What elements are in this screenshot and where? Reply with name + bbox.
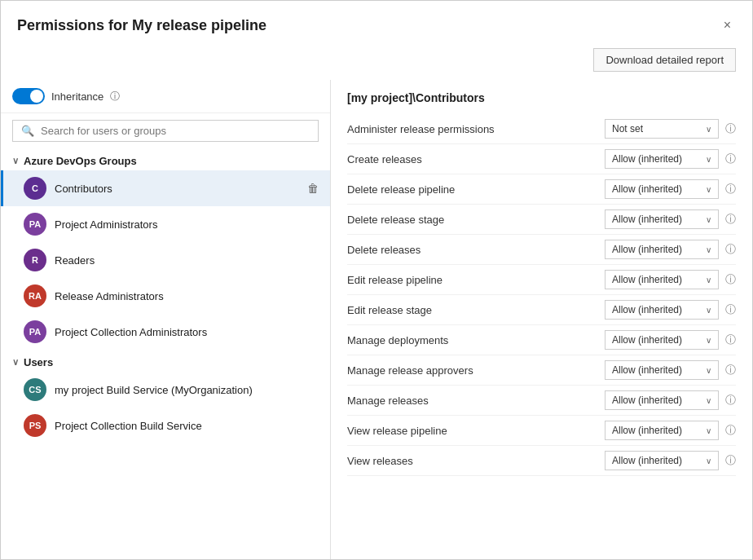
chevron-down-icon: ∨	[706, 245, 711, 254]
permission-value: Allow (inherited)	[612, 304, 682, 315]
chevron-down-icon: ∨	[706, 336, 711, 345]
permission-row: Manage release approversAllow (inherited…	[347, 355, 736, 386]
inheritance-info-icon[interactable]: ⓘ	[110, 90, 120, 104]
permission-value: Allow (inherited)	[612, 364, 682, 376]
permission-value-dropdown[interactable]: Allow (inherited)∨	[605, 330, 719, 350]
group-list: ∨ Azure DevOps Groups C Contributors 🗑 P…	[1, 148, 330, 559]
permission-value: Allow (inherited)	[612, 274, 682, 285]
permission-name: Delete releases	[347, 244, 605, 256]
search-box: 🔍	[12, 120, 319, 142]
search-icon: 🔍	[21, 125, 34, 137]
permission-row: Create releasesAllow (inherited)∨ⓘ	[347, 144, 736, 174]
group-name: my project Build Service (MyOrganization…	[55, 384, 319, 396]
permission-row: Manage releasesAllow (inherited)∨ⓘ	[347, 386, 736, 416]
permission-value-dropdown[interactable]: Allow (inherited)∨	[605, 240, 719, 259]
main-content: Inheritance ⓘ 🔍 ∨ Azure DevOps Groups C …	[1, 80, 752, 559]
group-name: Release Administrators	[55, 290, 319, 302]
permission-info-icon[interactable]: ⓘ	[725, 212, 736, 227]
search-input[interactable]	[41, 125, 310, 137]
permissions-dialog: Permissions for My release pipeline × Do…	[0, 0, 753, 560]
permission-value: Allow (inherited)	[612, 455, 682, 466]
chevron-down-icon: ∨	[706, 155, 711, 164]
permission-row: Delete release stageAllow (inherited)∨ⓘ	[347, 205, 736, 235]
permission-info-icon[interactable]: ⓘ	[725, 182, 736, 196]
permission-row: View release pipelineAllow (inherited)∨ⓘ	[347, 416, 736, 446]
permission-row: Manage deploymentsAllow (inherited)∨ⓘ	[347, 325, 736, 355]
group-name: Project Administrators	[55, 218, 319, 231]
permission-info-icon[interactable]: ⓘ	[725, 393, 736, 408]
permission-info-icon[interactable]: ⓘ	[725, 302, 736, 317]
chevron-down-icon: ∨	[706, 185, 711, 194]
avatar: PS	[24, 414, 46, 437]
group-name: Contributors	[55, 183, 307, 195]
permission-info-icon[interactable]: ⓘ	[725, 453, 736, 468]
permission-info-icon[interactable]: ⓘ	[725, 423, 736, 438]
dialog-title: Permissions for My release pipeline	[17, 17, 266, 34]
permission-value-dropdown[interactable]: Not set∨	[605, 119, 719, 139]
chevron-down-icon: ∨	[706, 456, 711, 465]
download-report-button[interactable]: Download detailed report	[593, 48, 736, 72]
permission-value-dropdown[interactable]: Allow (inherited)∨	[605, 421, 719, 440]
permission-name: Create releases	[347, 153, 605, 165]
permission-value: Allow (inherited)	[612, 395, 682, 406]
permission-value: Allow (inherited)	[612, 425, 682, 436]
list-item[interactable]: PA Project Administrators 🗑	[1, 206, 330, 242]
list-item[interactable]: PS Project Collection Build Service 🗑	[1, 408, 330, 443]
permission-name: Delete release pipeline	[347, 183, 605, 196]
chevron-down-icon: ∨	[706, 396, 711, 405]
avatar: C	[24, 177, 46, 200]
permission-value: Allow (inherited)	[612, 244, 682, 255]
users-label: Users	[24, 356, 53, 368]
permission-value: Not set	[612, 123, 643, 134]
permission-value: Allow (inherited)	[612, 214, 682, 225]
list-item[interactable]: CS my project Build Service (MyOrganizat…	[1, 372, 330, 408]
permission-value-dropdown[interactable]: Allow (inherited)∨	[605, 209, 719, 229]
panel-title: [my project]\Contributors	[347, 91, 736, 104]
permission-name: Edit release stage	[347, 304, 605, 316]
permission-name: View releases	[347, 455, 605, 467]
group-name: Project Collection Build Service	[55, 420, 319, 432]
permission-value-dropdown[interactable]: Allow (inherited)∨	[605, 270, 719, 289]
permission-row: Delete releasesAllow (inherited)∨ⓘ	[347, 235, 736, 265]
permission-name: Manage release approvers	[347, 364, 605, 377]
permission-info-icon[interactable]: ⓘ	[725, 333, 736, 347]
azure-devops-groups-label: Azure DevOps Groups	[24, 155, 137, 167]
permission-info-icon[interactable]: ⓘ	[725, 152, 736, 166]
chevron-down-icon: ∨	[706, 306, 711, 315]
chevron-down-icon: ∨	[706, 276, 711, 284]
avatar: RA	[24, 284, 46, 307]
permission-value: Allow (inherited)	[612, 153, 682, 165]
permission-info-icon[interactable]: ⓘ	[725, 272, 736, 287]
delete-icon[interactable]: 🗑	[307, 182, 319, 195]
permission-info-icon[interactable]: ⓘ	[725, 121, 736, 136]
permission-value: Allow (inherited)	[612, 183, 682, 195]
permission-value-dropdown[interactable]: Allow (inherited)∨	[605, 149, 719, 169]
permission-row: Administer release permissionsNot set∨ⓘ	[347, 114, 736, 144]
list-item[interactable]: R Readers 🗑	[1, 242, 330, 278]
chevron-down-icon: ∨	[12, 357, 19, 368]
permission-value-dropdown[interactable]: Allow (inherited)∨	[605, 300, 719, 320]
permission-name: Administer release permissions	[347, 123, 605, 135]
users-section-header[interactable]: ∨ Users	[1, 350, 330, 372]
list-item[interactable]: PA Project Collection Administrators 🗑	[1, 314, 330, 350]
permission-value-dropdown[interactable]: Allow (inherited)∨	[605, 360, 719, 380]
inheritance-toggle[interactable]	[12, 88, 45, 104]
chevron-down-icon: ∨	[706, 215, 711, 224]
right-panel: [my project]\Contributors Administer rel…	[331, 80, 752, 559]
permission-name: View release pipeline	[347, 425, 605, 437]
permission-info-icon[interactable]: ⓘ	[725, 242, 736, 257]
dialog-header: Permissions for My release pipeline ×	[1, 1, 752, 43]
permission-value-dropdown[interactable]: Allow (inherited)∨	[605, 179, 719, 199]
permissions-list: Administer release permissionsNot set∨ⓘC…	[347, 114, 736, 476]
close-button[interactable]: ×	[719, 15, 736, 35]
list-item[interactable]: RA Release Administrators 🗑	[1, 278, 330, 314]
permission-value-dropdown[interactable]: Allow (inherited)∨	[605, 451, 719, 470]
permission-name: Manage releases	[347, 395, 605, 407]
inheritance-label: Inheritance	[51, 90, 103, 103]
list-item[interactable]: C Contributors 🗑	[1, 170, 330, 206]
permission-row: Edit release pipelineAllow (inherited)∨ⓘ	[347, 265, 736, 295]
permission-info-icon[interactable]: ⓘ	[725, 363, 736, 377]
azure-devops-groups-header[interactable]: ∨ Azure DevOps Groups	[1, 148, 330, 170]
avatar: CS	[24, 378, 46, 401]
permission-value-dropdown[interactable]: Allow (inherited)∨	[605, 390, 719, 410]
